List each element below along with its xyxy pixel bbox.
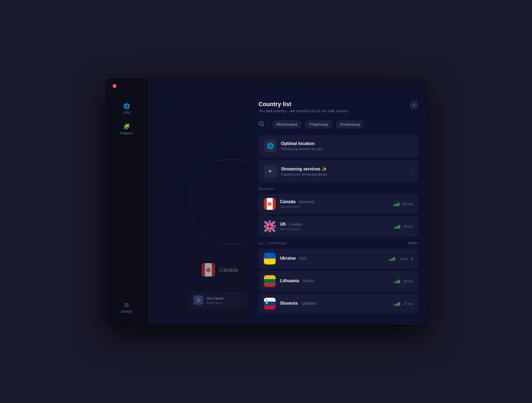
- canada-ping-section: 119 ms: [393, 202, 413, 206]
- bar4: [399, 302, 400, 306]
- sidebar-item-features-label: Features: [120, 131, 133, 135]
- canada-city: · Montreal: [297, 200, 314, 204]
- svg-rect-29: [264, 298, 276, 302]
- slovenia-flag: ⭐: [264, 298, 276, 309]
- bar2: [395, 204, 396, 206]
- svg-rect-1: [202, 263, 205, 277]
- clearv-icon: ⊟: [194, 295, 203, 305]
- lithuania-city: · Vilnius: [301, 279, 314, 283]
- lithuania-info: Lithuania · Vilnius: [280, 278, 390, 284]
- svg-rect-31: [264, 305, 276, 309]
- streaming-card-title: Streaming services ✨: [281, 166, 407, 171]
- recent-uk[interactable]: UK · London #RichContent 49 ms: [258, 216, 418, 237]
- ukraine-name-row: Ukraine · Kyiv: [280, 256, 385, 261]
- traffic-light-red[interactable]: [113, 84, 116, 88]
- slovenia-name-row: Slovenia · Ljubljana: [280, 301, 390, 306]
- optimal-card-title: Optimal location: [281, 141, 413, 146]
- ukraine-ping-section: 4 ms ▾: [389, 256, 413, 261]
- streaming-card-text: Streaming services ✨ Expand your streami…: [281, 166, 407, 176]
- vpn-icon: 🌐: [123, 103, 130, 109]
- sidebar-item-settings-label: Settings: [121, 310, 132, 314]
- uk-tag: #RichContent: [280, 227, 390, 231]
- clearv-card[interactable]: ⊟ Get ClearV Install app o...: [188, 292, 247, 309]
- panel-title: Country list: [258, 101, 348, 108]
- sidebar: 🌐 VPN 🧩 Features ⊟ Settings: [105, 78, 148, 325]
- uk-ping-section: 49 ms: [394, 224, 413, 229]
- ping-sort-button[interactable]: PING ▾: [408, 241, 418, 245]
- bar1: [394, 282, 395, 283]
- bar1: [394, 227, 395, 229]
- sidebar-item-features[interactable]: 🧩 Features: [113, 120, 140, 138]
- ukraine-city: · Kyiv: [297, 256, 306, 260]
- close-button[interactable]: ×: [410, 101, 418, 109]
- clearv-subtitle: Install app o...: [206, 301, 225, 304]
- bar3: [392, 258, 393, 261]
- sidebar-item-vpn[interactable]: 🌐 VPN: [113, 100, 140, 118]
- uk-ping: 49 ms: [402, 225, 413, 229]
- sidebar-item-settings[interactable]: ⊟ Settings: [113, 298, 140, 317]
- canada-flag-bg: 🍁: [202, 263, 215, 277]
- canada-name-row: Canada · Montreal: [280, 199, 389, 204]
- country-lithuania[interactable]: Lithuania · Vilnius 26 ms: [258, 271, 418, 291]
- clearv-text: Get ClearV Install app o...: [206, 296, 225, 304]
- optimal-globe-icon: 🌐: [264, 140, 277, 152]
- optimal-card-text: Optimal location Picking top servers for…: [281, 141, 413, 151]
- bar3: [397, 203, 398, 206]
- uk-flag: [264, 221, 276, 232]
- all-countries-header: ALL COUNTRIES PING ▾: [258, 241, 418, 245]
- ping-sort-chevron-icon: ▾: [417, 241, 418, 245]
- slovenia-name: Slovenia: [280, 301, 298, 306]
- sidebar-bottom: ⊟ Settings: [113, 298, 140, 317]
- svg-marker-6: [269, 170, 272, 173]
- clearv-title: Get ClearV: [206, 296, 225, 300]
- bar4: [394, 257, 395, 261]
- streaming-services-card[interactable]: Streaming services ✨ Expand your streami…: [258, 160, 418, 182]
- uk-ping-bars: [394, 224, 400, 229]
- country-slovenia[interactable]: ⭐ Slovenia · Ljubljana 27 ms: [258, 293, 418, 314]
- svg-line-5: [263, 125, 264, 126]
- features-icon: 🧩: [123, 123, 130, 130]
- uk-city: · London: [288, 222, 302, 226]
- all-countries-label: ALL COUNTRIES: [258, 242, 287, 245]
- optimal-location-card[interactable]: 🌐 Optimal location Picking top servers f…: [258, 135, 418, 157]
- bar2: [396, 281, 397, 283]
- lithuania-ping-bars: [394, 279, 400, 283]
- canada-flag: 🍁: [264, 198, 276, 210]
- svg-rect-27: [264, 275, 276, 279]
- ukraine-ping-bars: [389, 256, 395, 261]
- svg-text:🍁: 🍁: [205, 267, 212, 273]
- bar2: [396, 304, 397, 306]
- svg-rect-9: [273, 198, 276, 210]
- bar1: [393, 205, 394, 206]
- uk-name: UK: [280, 222, 286, 227]
- canada-ping: 119 ms: [401, 202, 413, 206]
- uk-name-row: UK · London: [280, 222, 390, 227]
- sidebar-item-vpn-label: VPN: [123, 111, 130, 115]
- lithuania-name-row: Lithuania · Vilnius: [280, 278, 390, 283]
- bar4: [399, 225, 400, 229]
- ukraine-info: Ukraine · Kyiv: [280, 256, 385, 262]
- bar2: [396, 226, 397, 229]
- tag-costsaving[interactable]: #CostSaving: [336, 121, 364, 128]
- canada-bg-element: 🍁 Canada: [202, 263, 238, 277]
- uk-info: UK · London #RichContent: [280, 222, 390, 231]
- tag-richcontent[interactable]: #RichContent: [272, 121, 301, 128]
- bar3: [397, 226, 398, 229]
- ukraine-ping: 4 ms: [397, 257, 408, 261]
- lithuania-flag: [264, 275, 276, 287]
- recent-canada[interactable]: 🍁 Canada · Montreal #RichContent 119 ms: [258, 194, 418, 214]
- bar4: [398, 202, 399, 206]
- lithuania-ping-section: 26 ms: [394, 279, 413, 283]
- canada-name: Canada: [280, 199, 295, 204]
- country-ukraine[interactable]: Ukraine · Kyiv 4 ms ▾: [258, 248, 418, 269]
- bar3: [397, 303, 398, 306]
- tag-topprivacy[interactable]: #TopPrivacy: [305, 121, 332, 128]
- search-divider: [268, 121, 268, 128]
- streaming-play-icon: [264, 165, 277, 178]
- streaming-chevron-icon: ›: [412, 169, 413, 174]
- bar3: [397, 280, 398, 283]
- canada-tag: #RichContent: [280, 205, 389, 209]
- search-icon[interactable]: [258, 121, 264, 128]
- canada-bg-label: Canada: [219, 267, 238, 273]
- svg-rect-26: [264, 283, 276, 287]
